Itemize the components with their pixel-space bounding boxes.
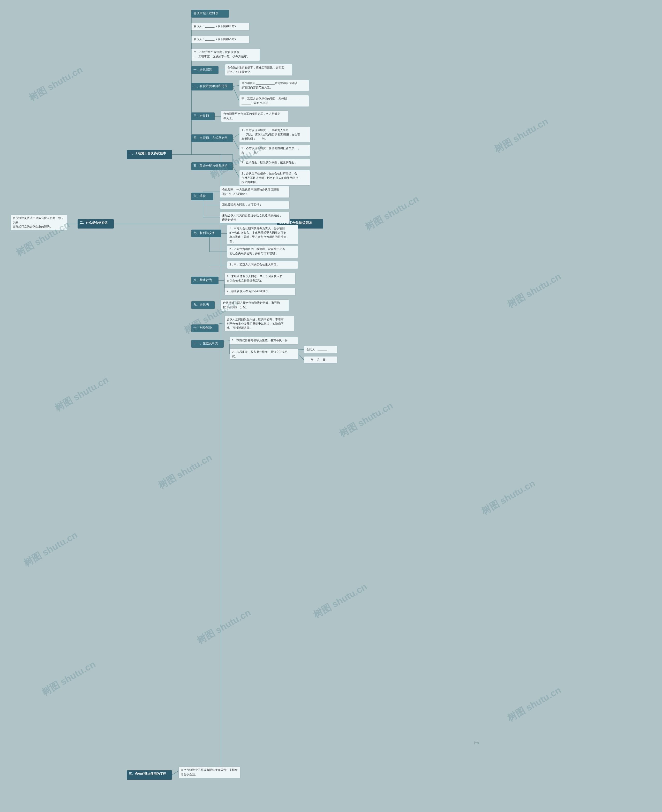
node-sec8: 八、禁止行为	[191, 277, 219, 284]
node-sec5_2: 2．合伙如产生债务，先由合伙财产偿还；合 伙财产不足清偿时，以各合伙人的出资为依…	[239, 170, 310, 186]
node-sec2: 二、合伙经营项目和范围	[191, 83, 233, 90]
node-sec5_1: 1．盈余分配，以出资为依据，按比例分配；	[239, 159, 310, 167]
node-sec4_2: 2．乙方以设备出资（含当地协调社会关系）， 占______%。	[239, 145, 310, 156]
watermark-1: 树图 shutu.cn	[27, 63, 85, 104]
watermark-15: 树图 shutu.cn	[479, 477, 537, 518]
node-sec9_desc: 合伙期满，双方按合伙协议进行结算，盈亏均 按比例承担、分配。	[220, 299, 289, 311]
watermark-9: 树图 shutu.cn	[195, 606, 253, 647]
node-sec7_3: 3．甲、乙双方共同决定合伙重大事项。	[227, 261, 298, 269]
node-sec4_1: 1．甲方以现金出资，出资额为人民币 ___万元。该款为起动项目的前期费用，占全部…	[239, 127, 310, 142]
node-l1_1: 一、工程施工合伙协议范本	[127, 150, 172, 159]
node-sec11_sign1: 合伙人：______	[304, 346, 337, 353]
node-sec9: 九、合伙满	[191, 301, 215, 309]
node-sec5: 五、盈余分配与债务承担	[191, 162, 233, 170]
node-l1_2: 二、什么是合伙协议	[77, 219, 114, 228]
node-sec3: 三、合伙期	[191, 112, 215, 120]
node-sec8_1: 1．未经全体合伙人同意，禁止任何合伙人私 自以合伙名义进行业务活动。	[225, 273, 296, 284]
node-sec7: 七、权利与义务	[191, 229, 221, 238]
connector-lines: .line { stroke: #5a8a95; stroke-width: 1…	[0, 0, 662, 812]
node-sec6_3: 未经合伙人同意而自行退伙给合伙造成损失的， 应进行赔偿。	[220, 212, 290, 223]
watermark-16: 树图 shutu.cn	[505, 684, 563, 725]
node-l1_3_desc: 在合伙协议中不得以有限或者有限责任字样命 名合伙企业。	[178, 767, 241, 778]
watermark-10: 树图 shutu.cn	[363, 193, 421, 233]
node-sec1: 一、合伙宗旨	[191, 66, 219, 74]
node-top2: 合伙人：______（以下简称甲方）	[191, 23, 249, 30]
node-top1: 合伙承包工程协议	[191, 10, 229, 18]
node-sec6: 六、退伙	[191, 193, 213, 201]
watermark-5: 树图 shutu.cn	[40, 658, 98, 699]
node-sec11_2: 2．未尽事宜，双方另行协商，并订立补充协 议。	[230, 348, 298, 359]
iyo-label: iYo	[474, 741, 479, 745]
watermark-8: 树图 shutu.cn	[156, 451, 214, 492]
node-sec11: 十一、生效及补充	[191, 340, 224, 348]
node-sec2_2: 甲、乙双方合伙承包的项目，对外以________ ______公司名义出现。	[239, 95, 309, 107]
node-top4: 甲、乙双方经平等协商，就合伙承包 ___工程事宜，达成如下一致，供务方信守。	[191, 48, 260, 61]
node-sec6_1: 合伙期间，一方退伙将严重影响合伙项目建设 进行的，不得退伙；	[220, 186, 290, 198]
node-sec3_desc: 合伙期限至合伙施工的项目完工，各方结算完 毕为止。	[221, 111, 288, 122]
watermark-4: 树图 shutu.cn	[21, 529, 80, 570]
node-top3: 合伙人：______（以下简称乙方）	[191, 36, 249, 43]
node-sec7_2: 2．乙方负责项目的工程管理、设备维护及当 地社会关系的协调，并参与日常管理；	[227, 246, 298, 258]
node-sec11_1: 1．本协议自各方签字后生效，各方各执一份	[230, 337, 298, 345]
node-l1_3: 三、合伙的禁止使用的字样	[127, 770, 172, 780]
node-sec6_2: 退伙需经对方同意，方可实行；	[220, 201, 290, 209]
node-sec2_1: 合伙项目以____________公司中标合同确认 的项目内容及范围为准。	[239, 80, 309, 91]
node-l1_2_desc: 合伙协议是依法由全体合伙人协商一致，以书 面形式订立的合伙企业的契约。	[10, 215, 67, 230]
watermark-14: 树图 shutu.cn	[505, 270, 563, 311]
node-sec11_sign2: ___年__月__日	[304, 356, 337, 363]
node-sec10_desc: 合伙人之间如发生纠纷，应共同协商，本着有 利于合伙事业发展的原则予以解决，如协商…	[225, 316, 294, 331]
watermark-12: 树图 shutu.cn	[311, 580, 369, 621]
watermark-11: 树图 shutu.cn	[337, 400, 395, 440]
node-sec10: 十、纠纷解决	[191, 324, 219, 332]
watermark-13: 树图 shutu.cn	[492, 115, 550, 156]
watermark-3: 树图 shutu.cn	[53, 374, 111, 414]
node-sec7_1: 1．甲方为合伙期间的财务负责人，合伙项目 的一切财务收入、支出均需经甲方同意方可…	[227, 225, 298, 245]
node-sec1_desc: 在合法合理的前提下，搞好工程建设，进而实 现各方利润最大化。	[225, 64, 292, 76]
node-sec8_2: 2．禁止合伙人在合伙不到期退伙。	[225, 288, 296, 295]
node-sec4: 四、出资额、方式及比例	[191, 135, 233, 142]
